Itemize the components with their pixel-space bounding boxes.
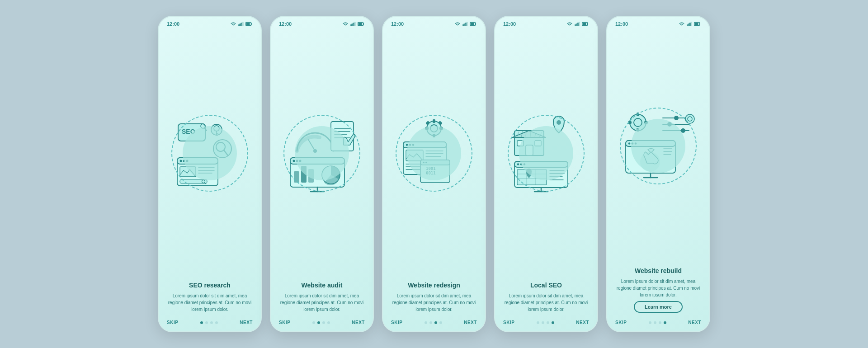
dot-5-1 [654, 321, 656, 324]
phone-card-seo-research: 12:00 [158, 16, 262, 332]
skip-button-3[interactable]: SKIP [391, 320, 402, 325]
card-nav-5: SKIP NEXT [607, 317, 709, 331]
card-text-3: Lorem ipsum dolor sit dim amet, mea regi… [391, 292, 477, 313]
next-button-2[interactable]: NEXT [352, 320, 365, 325]
dashed-circle-4 [508, 115, 585, 192]
svg-rect-1 [240, 24, 241, 26]
illustration-area-3: 1001 0011 [383, 28, 485, 278]
skip-button-5[interactable]: SKIP [615, 320, 627, 325]
dashed-circle-5 [620, 108, 697, 184]
svg-rect-31 [352, 24, 353, 26]
status-icons-4 [566, 22, 589, 26]
status-time-2: 12:00 [279, 21, 292, 27]
skip-button-4[interactable]: SKIP [503, 320, 514, 325]
status-icons-5 [679, 22, 701, 26]
svg-rect-30 [350, 25, 351, 26]
learn-more-button[interactable]: Learn more [634, 301, 683, 313]
card-title-3: Website redesign [391, 282, 477, 289]
wifi-icon-1 [230, 22, 236, 26]
status-icons-3 [454, 22, 477, 26]
dot-3-2 [434, 321, 437, 324]
illustration-area-4 [495, 28, 597, 278]
status-icons-2 [342, 22, 365, 26]
dot-1-3 [215, 321, 218, 324]
svg-rect-87 [576, 24, 577, 26]
dot-3-3 [439, 321, 442, 324]
illustration-area-1: SEO [159, 28, 261, 278]
signal-icon-4 [575, 22, 580, 26]
dot-5-3 [664, 321, 666, 324]
card-title-1: SEO research [167, 282, 253, 289]
status-bar-1: 12:00 [159, 17, 261, 28]
illustration-area-5 [607, 28, 709, 263]
svg-rect-54 [462, 25, 463, 26]
card-nav-1: SKIP NEXT [159, 317, 261, 331]
next-button-3[interactable]: NEXT [464, 320, 477, 325]
dot-4-2 [547, 321, 549, 324]
signal-icon-2 [350, 22, 356, 26]
dot-2-2 [322, 321, 325, 324]
nav-dots-3 [425, 321, 442, 324]
battery-icon-4 [582, 22, 589, 26]
status-bar-4: 12:00 [495, 17, 597, 28]
battery-icon-5 [694, 22, 701, 26]
card-content-1: SEO research Lorem ipsum dolor sit dim a… [159, 278, 261, 317]
status-time-3: 12:00 [391, 21, 404, 27]
phone-card-website-audit: 12:00 [270, 16, 374, 332]
status-time-1: 12:00 [167, 21, 179, 27]
svg-rect-88 [577, 23, 578, 26]
card-title-4: Local SEO [503, 282, 589, 289]
dot-2-0 [312, 321, 315, 324]
dashed-circle-1 [171, 115, 248, 192]
wifi-icon-5 [679, 22, 685, 26]
card-text-5: Lorem ipsum dolor sit dim amet, mea regi… [615, 278, 701, 298]
wifi-icon-2 [342, 22, 349, 26]
svg-rect-122 [691, 22, 692, 26]
nav-dots-2 [312, 321, 330, 324]
dot-2-1 [317, 321, 320, 324]
cards-container: 12:00 [158, 16, 710, 332]
svg-rect-86 [575, 25, 576, 26]
card-text-2: Lorem ipsum dolor sit dim amet, mea regi… [279, 292, 365, 313]
skip-button-1[interactable]: SKIP [167, 320, 178, 325]
dashed-circle-2 [283, 115, 360, 192]
phone-card-website-rebuild: 12:00 [606, 16, 710, 332]
skip-button-2[interactable]: SKIP [279, 320, 290, 325]
dot-5-0 [649, 321, 651, 324]
dot-5-2 [659, 321, 661, 324]
dashed-circle-3 [396, 115, 472, 192]
card-title-5: Website rebuild [615, 267, 701, 274]
phone-card-local-seo: 12:00 [494, 16, 598, 332]
svg-rect-56 [465, 23, 466, 26]
card-text-4: Lorem ipsum dolor sit dim amet, mea regi… [503, 292, 589, 313]
nav-dots-5 [649, 321, 666, 324]
card-content-5: Website rebuild Lorem ipsum dolor sit di… [607, 263, 709, 317]
svg-rect-59 [471, 23, 474, 25]
phone-card-website-redesign: 12:00 [382, 16, 486, 332]
dot-4-3 [552, 321, 554, 324]
svg-rect-91 [583, 23, 586, 25]
card-content-4: Local SEO Lorem ipsum dolor sit dim amet… [495, 278, 597, 317]
svg-rect-5 [246, 23, 250, 25]
dot-3-1 [429, 321, 432, 324]
battery-icon-2 [358, 22, 365, 26]
card-title-2: Website audit [279, 282, 365, 289]
dot-4-0 [537, 321, 539, 324]
wifi-icon-3 [454, 22, 461, 26]
wifi-icon-4 [566, 22, 573, 26]
status-bar-2: 12:00 [271, 17, 373, 28]
svg-rect-33 [354, 22, 355, 26]
illustration-area-2 [271, 28, 373, 278]
next-button-4[interactable]: NEXT [576, 320, 589, 325]
status-time-5: 12:00 [615, 21, 628, 27]
svg-rect-89 [579, 22, 580, 26]
next-button-1[interactable]: NEXT [240, 320, 253, 325]
svg-rect-55 [464, 24, 465, 26]
dot-4-1 [542, 321, 544, 324]
nav-dots-1 [200, 321, 218, 324]
battery-icon-3 [470, 22, 477, 26]
svg-rect-35 [359, 23, 362, 25]
battery-icon-1 [245, 22, 253, 26]
next-button-5[interactable]: NEXT [688, 320, 701, 325]
svg-rect-121 [689, 23, 690, 26]
